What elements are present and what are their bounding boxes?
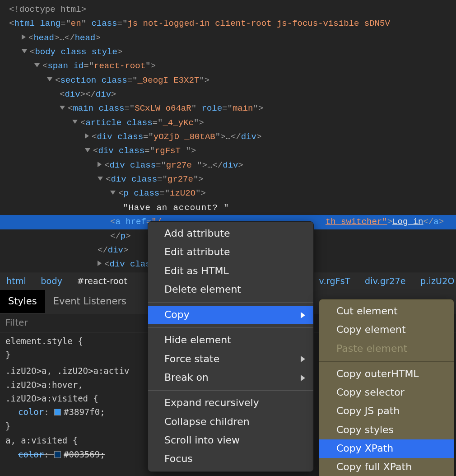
dom-doctype[interactable]: <!doctype html> — [9, 3, 456, 17]
dom-div-rgfst[interactable]: <div class="rgFsT "> — [9, 144, 456, 158]
crumb-html[interactable]: html — [6, 276, 26, 286]
dom-head[interactable]: <head>…</head> — [9, 31, 456, 45]
menu-edit-attribute[interactable]: Edit attribute — [148, 243, 313, 261]
expand-icon[interactable] — [98, 162, 102, 167]
menu-separator — [148, 302, 313, 303]
collapse-icon[interactable] — [72, 120, 78, 124]
menu-separator — [148, 327, 313, 328]
submenu-copy-selector[interactable]: Copy selector — [319, 383, 454, 402]
dom-div-yozjd[interactable]: <div class="yOZjD _80tAB">…</div> — [9, 130, 456, 144]
dom-html-open[interactable]: <html lang="en" class="js not-logged-in … — [9, 17, 456, 31]
dom-body-open[interactable]: <body class style> — [9, 45, 456, 59]
submenu-caret-icon — [301, 375, 305, 381]
crumb-rgfst[interactable]: v.rgFsT — [319, 276, 350, 286]
collapse-icon[interactable] — [60, 106, 65, 110]
submenu-copy-element[interactable]: Copy element — [319, 321, 454, 339]
menu-add-attribute[interactable]: Add attribute — [148, 224, 313, 243]
submenu-caret-icon — [301, 312, 305, 318]
crumb-react-root[interactable]: #react-root — [77, 276, 127, 286]
menu-scroll-into-view[interactable]: Scroll into view — [148, 431, 313, 450]
dom-section[interactable]: <section class="_9eogI E3X2T"> — [9, 74, 456, 88]
submenu-paste-element: Paste element — [319, 340, 454, 358]
dom-main[interactable]: <main class="SCxLW o64aR" role="main"> — [9, 102, 456, 116]
collapse-icon[interactable] — [110, 191, 116, 195]
dom-text-node[interactable]: "Have an account? " — [9, 201, 456, 215]
expand-icon[interactable] — [22, 34, 26, 40]
expand-icon[interactable] — [98, 261, 102, 266]
copy-submenu[interactable]: Cut element Copy element Paste element C… — [319, 299, 454, 461]
crumb-body[interactable]: body — [41, 276, 62, 286]
tab-event-listeners[interactable]: Event Listeners — [45, 290, 135, 313]
dom-p[interactable]: <p class="izU2O"> — [9, 187, 456, 201]
menu-separator — [319, 361, 454, 362]
menu-break-on[interactable]: Break on — [148, 369, 313, 387]
submenu-copy-xpath[interactable]: Copy XPath — [319, 439, 454, 458]
menu-collapse-children[interactable]: Collapse children — [148, 413, 313, 431]
menu-focus[interactable]: Focus — [148, 450, 313, 461]
submenu-copy-outerhtml[interactable]: Copy outerHTML — [319, 365, 454, 383]
crumb-gr27e[interactable]: div.gr27e — [365, 276, 406, 286]
dom-empty-div[interactable]: <div></div> — [9, 88, 456, 102]
collapse-icon[interactable] — [85, 148, 90, 152]
submenu-copy-styles[interactable]: Copy styles — [319, 421, 454, 439]
submenu-copy-js-path[interactable]: Copy JS path — [319, 402, 454, 420]
collapse-icon[interactable] — [22, 49, 27, 53]
menu-expand-recursively[interactable]: Expand recursively — [148, 394, 313, 412]
menu-delete-element[interactable]: Delete element — [148, 280, 313, 299]
expand-icon[interactable] — [85, 133, 89, 139]
context-menu[interactable]: Add attribute Edit attribute Edit as HTM… — [148, 221, 314, 461]
dom-article[interactable]: <article class="_4_yKc"> — [9, 116, 456, 130]
submenu-copy-full-xpath[interactable]: Copy full XPath — [319, 458, 454, 461]
crumb-pizu2o[interactable]: p.izU2O — [420, 276, 455, 286]
menu-edit-as-html[interactable]: Edit as HTML — [148, 262, 313, 280]
dom-span-react-root[interactable]: <span id="react-root"> — [9, 59, 456, 73]
tab-styles[interactable]: Styles — [0, 290, 45, 313]
menu-hide-element[interactable]: Hide element — [148, 331, 313, 350]
submenu-cut-element[interactable]: Cut element — [319, 302, 454, 321]
submenu-caret-icon — [301, 356, 305, 362]
color-swatch-icon[interactable] — [54, 409, 61, 415]
menu-copy[interactable]: Copy — [148, 306, 313, 324]
color-swatch-icon[interactable] — [54, 451, 61, 458]
collapse-icon[interactable] — [98, 177, 103, 181]
menu-separator — [148, 390, 313, 391]
collapse-icon[interactable] — [34, 63, 40, 67]
menu-force-state[interactable]: Force state — [148, 350, 313, 369]
dom-div-gr27e-1[interactable]: <div class="gr27e ">…</div> — [9, 159, 456, 173]
dom-div-gr27e-2[interactable]: <div class="gr27e"> — [9, 173, 456, 187]
collapse-icon[interactable] — [47, 77, 52, 81]
